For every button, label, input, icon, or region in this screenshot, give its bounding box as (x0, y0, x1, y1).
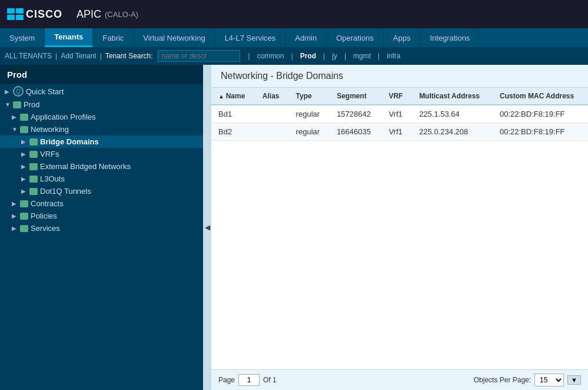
app-name: APIC (77, 8, 101, 21)
sidebar-item-contracts[interactable]: ▶ Contracts (0, 197, 203, 210)
folder-icon-l3outs (29, 176, 38, 183)
table-row[interactable]: Bd2 regular 16646035 Vrf1 225.0.234.208 … (211, 123, 588, 141)
content-title: Networking - Bridge Domains (221, 71, 343, 81)
folder-icon-external-bridged (29, 163, 38, 170)
sidebar-header: Prod (0, 65, 203, 84)
pagination: Page Of 1 Objects Per Page: 15 25 50 ▼ (211, 369, 588, 390)
cisco-text: CISCO (26, 8, 62, 21)
tenant-infra[interactable]: infra (387, 52, 400, 60)
nav-operations[interactable]: Operations (327, 28, 384, 47)
sidebar-item-label-app-profiles: Application Profiles (31, 113, 96, 121)
folder-icon-services (20, 225, 28, 232)
sep-1: | (55, 52, 57, 60)
collapse-handle[interactable]: ◀ (203, 65, 211, 390)
nav-l4l7[interactable]: L4-L7 Services (215, 28, 286, 47)
arrow-l3outs: ▶ (21, 176, 29, 182)
col-header-multicast[interactable]: Multicast Address (412, 88, 493, 105)
quick-start-icon: Q (13, 86, 24, 97)
sep-6: | (344, 52, 346, 60)
all-tenants-link[interactable]: ALL TENANTS (5, 52, 52, 60)
main-layout: Prod ▶ Q Quick Start ▼ Prod ▶ Applicatio… (0, 65, 588, 390)
sidebar-item-external-bridged[interactable]: ▶ External Bridged Networks (0, 160, 203, 173)
sidebar-item-policies[interactable]: ▶ Policies (0, 210, 203, 222)
cell-vrf-bd1: Vrf1 (381, 105, 412, 123)
page-nav-down[interactable]: ▼ (567, 375, 581, 385)
tenant-jy[interactable]: jy (332, 52, 337, 60)
nav-tenants[interactable]: Tenants (45, 28, 93, 47)
sidebar-item-bridge-domains[interactable]: ▶ Bridge Domains (0, 135, 203, 148)
table-wrapper: Name Alias Type Segment VRF Multicast Ad… (211, 88, 588, 369)
app-header: CISCO APIC (CALO-A) (0, 0, 588, 28)
nav-fabric[interactable]: Fabric (93, 28, 134, 47)
arrow-quick-start: ▶ (5, 88, 13, 95)
arrow-networking: ▼ (12, 126, 20, 133)
cell-vrf-bd2: Vrf1 (381, 123, 412, 141)
sep-2: | (100, 52, 102, 60)
sidebar-item-services[interactable]: ▶ Services (0, 222, 203, 234)
cisco-sq-3 (7, 15, 15, 20)
nav-integrations[interactable]: Integrations (420, 28, 480, 47)
sidebar-item-prod[interactable]: ▼ Prod (0, 98, 203, 111)
tenant-search-input[interactable] (158, 50, 240, 62)
cell-name-bd2: Bd2 (211, 123, 255, 141)
nav-admin[interactable]: Admin (285, 28, 327, 47)
cisco-sq-2 (16, 8, 24, 14)
per-page-select[interactable]: 15 25 50 (534, 374, 564, 386)
arrow-external-bridged: ▶ (21, 163, 29, 170)
page-label: Page (218, 376, 235, 384)
cell-segment-bd1: 15728642 (330, 105, 381, 123)
tenant-common[interactable]: common (257, 52, 284, 60)
collapse-icon: ◀ (205, 223, 210, 232)
col-header-type[interactable]: Type (289, 88, 330, 105)
cell-mac-bd1: 00:22:BD:F8:19:FF (493, 105, 588, 123)
top-nav: System Tenants Fabric Virtual Networking… (0, 28, 588, 47)
nav-apps[interactable]: Apps (384, 28, 421, 47)
table-header: Name Alias Type Segment VRF Multicast Ad… (211, 88, 588, 105)
col-header-segment[interactable]: Segment (330, 88, 381, 105)
sidebar-item-label-external-bridged: External Bridged Networks (40, 162, 131, 171)
sidebar: Prod ▶ Q Quick Start ▼ Prod ▶ Applicatio… (0, 65, 203, 390)
tenant-prod[interactable]: Prod (300, 52, 316, 60)
arrow-contracts: ▶ (12, 200, 20, 207)
col-header-custom-mac[interactable]: Custom MAC Address (493, 88, 588, 105)
bridge-domains-table: Name Alias Type Segment VRF Multicast Ad… (211, 88, 588, 141)
sep-7: | (378, 52, 380, 60)
nav-system[interactable]: System (0, 28, 45, 47)
sep-3: | (248, 52, 250, 60)
nav-virtual-networking[interactable]: Virtual Networking (134, 28, 215, 47)
sidebar-item-networking[interactable]: ▼ Networking (0, 123, 203, 135)
arrow-bridge-domains: ▶ (21, 138, 29, 145)
col-header-vrf[interactable]: VRF (381, 88, 412, 105)
sidebar-item-vrfs[interactable]: ▶ VRFs (0, 148, 203, 160)
cell-alias-bd2 (255, 123, 289, 141)
cell-segment-bd2: 16646035 (330, 123, 381, 141)
cell-alias-bd1 (255, 105, 289, 123)
cell-type-bd2: regular (289, 123, 330, 141)
col-header-name[interactable]: Name (211, 88, 255, 105)
cisco-sq-4 (16, 15, 24, 20)
folder-icon-prod (13, 101, 21, 108)
cell-multicast-bd2: 225.0.234.208 (412, 123, 493, 141)
table-body: Bd1 regular 15728642 Vrf1 225.1.53.64 00… (211, 105, 588, 141)
table-row[interactable]: Bd1 regular 15728642 Vrf1 225.1.53.64 00… (211, 105, 588, 123)
arrow-prod: ▼ (5, 101, 13, 108)
cell-multicast-bd1: 225.1.53.64 (412, 105, 493, 123)
sidebar-item-label-dot1q: Dot1Q Tunnels (40, 187, 91, 196)
tenant-mgmt[interactable]: mgmt (353, 52, 371, 60)
sidebar-item-quick-start[interactable]: ▶ Q Quick Start (0, 84, 203, 98)
sidebar-item-label-prod: Prod (24, 100, 39, 109)
arrow-services: ▶ (12, 225, 20, 232)
col-header-alias[interactable]: Alias (255, 88, 289, 105)
folder-icon-contracts (20, 200, 28, 207)
content-header: Networking - Bridge Domains (211, 65, 588, 88)
tenant-bar: ALL TENANTS | Add Tenant | Tenant Search… (0, 47, 588, 65)
sidebar-item-dot1q[interactable]: ▶ Dot1Q Tunnels (0, 185, 203, 197)
sidebar-item-app-profiles[interactable]: ▶ Application Profiles (0, 111, 203, 123)
add-tenant-link[interactable]: Add Tenant (61, 52, 97, 60)
page-input[interactable] (238, 374, 260, 386)
sidebar-item-label-services: Services (31, 224, 60, 233)
sidebar-item-l3outs[interactable]: ▶ L3Outs (0, 173, 203, 185)
arrow-app-profiles: ▶ (12, 114, 20, 120)
of-label: Of 1 (263, 376, 277, 384)
sidebar-item-label-bridge-domains: Bridge Domains (40, 137, 99, 146)
